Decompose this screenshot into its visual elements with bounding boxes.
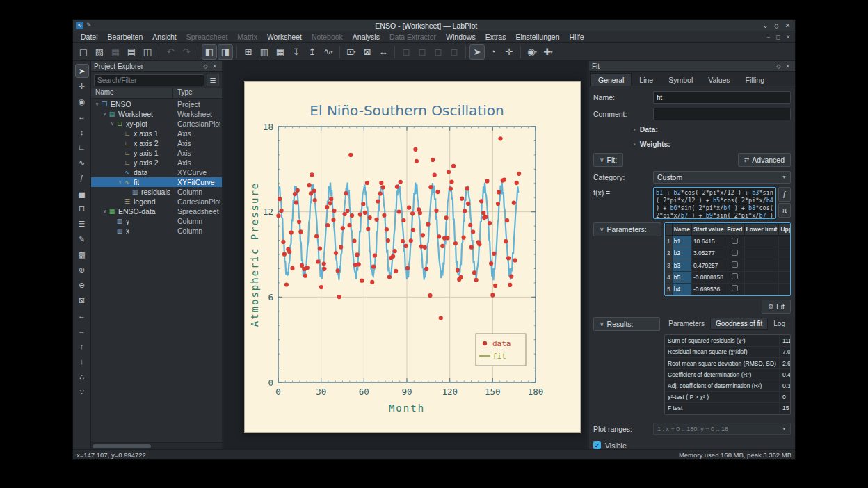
float-dock-icon[interactable]: ◇ [201, 63, 210, 70]
expander-icon[interactable]: ∨ [94, 101, 100, 107]
zoom-y-selection-tool[interactable]: ↕ [75, 125, 89, 139]
results-tab-log[interactable]: Log [768, 318, 791, 330]
add-legend-tool[interactable]: ☰ [75, 217, 89, 231]
weights-section-toggle[interactable]: › Weights: [634, 138, 791, 149]
tree-item-enso[interactable]: ∨❒ENSOProject [91, 99, 222, 109]
filter-options-button[interactable]: ☰ [207, 74, 219, 86]
add-equation-curve-tool[interactable]: ƒ [75, 171, 89, 185]
goodness-row[interactable]: F test15 [665, 402, 791, 414]
results-tab-goodness-of-fit[interactable]: Goodness of fit [710, 318, 768, 330]
param-row-b2[interactable]: 2b23.05277 [666, 247, 791, 259]
tree-item-data[interactable]: ∿dataXYCurve [91, 168, 222, 177]
param-row-b1[interactable]: 1b110.6415 [666, 236, 791, 247]
add-text-label-tool[interactable]: ✎ [75, 232, 89, 246]
search-input[interactable] [94, 74, 204, 86]
menu-extras[interactable]: Extras [481, 32, 511, 42]
tab-line[interactable]: Line [632, 73, 661, 86]
export-button[interactable]: ↥ [305, 44, 320, 60]
zoom-in-tool[interactable]: ⊕ [75, 263, 89, 277]
new-matrix-button[interactable]: ▦ [273, 44, 288, 60]
menu-windows[interactable]: Windows [441, 32, 481, 42]
mdi-restore-button[interactable]: ◻ [774, 33, 782, 41]
mdi-minimize-button[interactable]: − [764, 33, 773, 41]
fixed-checkbox[interactable] [732, 250, 738, 256]
fixed-checkbox[interactable] [732, 238, 738, 244]
tab-values[interactable]: Values [700, 73, 737, 86]
data-section-toggle[interactable]: › Data: [634, 124, 791, 135]
fixed-checkbox[interactable] [732, 261, 738, 268]
goodness-row[interactable]: Adj. coefficient of determination (R²)0.… [665, 380, 791, 391]
cursor-tool-button[interactable]: ◔ [485, 44, 501, 60]
close-button[interactable]: ✕ [783, 21, 792, 30]
fit-width-button[interactable]: ↔ [376, 44, 391, 60]
menu-analysis[interactable]: Analysis [348, 32, 385, 42]
tree-item-x[interactable]: ▥xColumn [91, 226, 222, 236]
select-pointer-button[interactable]: ➤ [469, 44, 485, 60]
print-preview-button[interactable]: ◫ [140, 44, 155, 60]
formula-input[interactable]: b1 + b2*cos( 2*pi*x/12 ) + b3*sin( 2*pi*… [653, 187, 776, 219]
fixed-checkbox[interactable] [732, 285, 738, 291]
titlebar[interactable]: ∿ ✎ ENSO - [Worksheet] — LabPlot ⌄ ◇ ✕ [73, 20, 795, 31]
expander-icon[interactable]: ∨ [102, 111, 108, 117]
shift-mode-button[interactable]: ✚▾ [540, 44, 556, 60]
zoom-out-tool[interactable]: ⊖ [75, 278, 89, 292]
mdi-close-button[interactable]: ✕ [784, 33, 792, 41]
param-row-b4[interactable]: 5b4-0.699536 [666, 283, 791, 295]
expander-icon[interactable]: ∨ [117, 179, 123, 185]
results-tab-parameters[interactable]: Parameters [663, 318, 710, 330]
print-button[interactable]: ▤ [124, 44, 139, 60]
new-spreadsheet-button[interactable]: ▥ [257, 44, 272, 60]
explorer-horizontal-scrollbar[interactable] [91, 442, 222, 449]
tree-item-xy-plot[interactable]: ∨⊡xy-plotCartesianPlot [91, 119, 222, 129]
shift-down-tool[interactable]: ↓ [75, 355, 89, 368]
navigation-tool[interactable]: ✛ [75, 79, 89, 93]
fixed-checkbox[interactable] [732, 273, 738, 279]
menu-datei[interactable]: Datei [76, 32, 103, 42]
name-input[interactable] [653, 91, 791, 104]
fit-page-button[interactable]: ⊠ [360, 44, 375, 60]
goodness-row[interactable]: Coefficient of determination (R²)0.43038… [665, 369, 791, 380]
tree-item-y-axis-2[interactable]: ∟y axis 2Axis [91, 158, 222, 168]
cursor-lines-tool[interactable]: ∴ [75, 370, 89, 384]
new-file-button[interactable]: ▢ [76, 44, 91, 60]
close-dock-icon[interactable]: ✕ [783, 63, 792, 70]
goodness-row[interactable]: Residual mean square (χ²/dof)7.03255 [665, 346, 791, 357]
menu-einstellungen[interactable]: Einstellungen [511, 32, 564, 42]
tree-item-x-axis-1[interactable]: ∟x axis 1Axis [91, 129, 222, 138]
goodness-row[interactable]: Sum of squared residuals (χ²)1118.18 [665, 335, 791, 346]
new-worksheet-button[interactable]: ⊞ [241, 44, 256, 60]
param-row-b3[interactable]: 3b30.479257 [666, 259, 791, 271]
add-curve-tool[interactable]: ∿ [75, 156, 89, 170]
menu-worksheet[interactable]: Worksheet [262, 32, 307, 42]
visible-checkbox[interactable]: ✓ [593, 441, 601, 449]
add-axis-tool[interactable]: ∟ [75, 140, 89, 154]
zoom-selection-tool[interactable]: ◉ [75, 95, 89, 108]
add-boxplot-tool[interactable]: ⊟ [75, 202, 89, 215]
float-dock-icon[interactable]: ◇ [774, 63, 783, 70]
goodness-row[interactable]: Root mean square deviation (RMSD, SD)2.6… [665, 357, 791, 368]
column-header-type[interactable]: Type [173, 88, 193, 98]
open-file-button[interactable]: ▧ [92, 44, 107, 60]
scrollbar-thumb[interactable] [93, 444, 151, 448]
results-section-button[interactable]: ∨ Results: [593, 317, 660, 331]
tab-general[interactable]: General [590, 73, 632, 86]
tree-item-y[interactable]: ▥yColumn [91, 216, 222, 226]
pointer-tool[interactable]: ➤ [75, 64, 89, 78]
run-fit-button[interactable]: ⚙ Fit [762, 300, 791, 314]
minimize-button[interactable]: ⌄ [761, 21, 770, 30]
tree-item-legend[interactable]: ☰legendCartesianPlotLegend [91, 197, 222, 206]
close-dock-icon[interactable]: ✕ [210, 63, 219, 70]
goodness-row[interactable]: χ²-test ( P > χ² )0 [665, 391, 791, 402]
data-picker-tool[interactable]: ∵ [75, 385, 89, 399]
insert-function-button[interactable]: ƒ [778, 187, 791, 202]
tab-symbol[interactable]: Symbol [661, 73, 700, 86]
crosshair-tool-button[interactable]: ✛ [501, 44, 517, 60]
advanced-button[interactable]: ⇄ Advanced [738, 153, 791, 167]
shift-left-tool[interactable]: ← [75, 309, 89, 323]
expander-icon[interactable]: ∨ [102, 209, 108, 214]
tree-item-worksheet[interactable]: ∨▤WorksheetWorksheet [91, 109, 222, 119]
expander-icon[interactable]: ∨ [109, 121, 115, 127]
zoom-select-button[interactable]: ⊡▾ [344, 44, 359, 60]
fit-section-button[interactable]: ∨ Fit: [593, 153, 623, 167]
add-histogram-tool[interactable]: ▅ [75, 186, 89, 200]
